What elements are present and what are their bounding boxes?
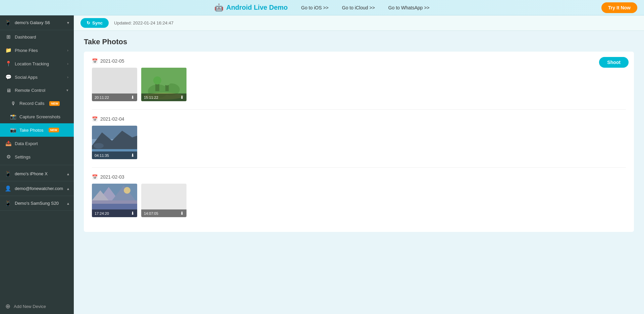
sync-btn-label: Sync	[92, 20, 103, 25]
folder-icon: 📁	[5, 47, 11, 53]
date-section-2: 📅 2021-02-04	[92, 116, 626, 159]
date-section-1: 📅 2021-02-05 20:11:22 ⬇	[92, 58, 626, 101]
svg-point-13	[94, 143, 104, 148]
sidebar-item-label: Record Calls	[19, 101, 44, 106]
brand: 🤖 Android Live Demo	[214, 3, 287, 12]
sidebar-item-label: Social Apps	[15, 75, 38, 80]
sidebar-item-phone-files[interactable]: 📁 Phone Files ›	[0, 44, 74, 57]
sync-icon: ↻	[87, 20, 90, 25]
sync-button[interactable]: ↻ Sync	[80, 18, 109, 28]
photo-thumb[interactable]: 15:11:22 ⬇	[141, 68, 186, 101]
date-label-3: 📅 2021-02-03	[92, 174, 626, 180]
download-icon[interactable]: ⬇	[131, 153, 135, 158]
location-icon: 📍	[5, 61, 11, 67]
sidebar-item-label: Phone Files	[15, 48, 38, 53]
date-text-2: 2021-02-04	[100, 116, 124, 122]
add-device-button[interactable]: ⊕ Add New Device	[0, 299, 74, 314]
calendar-icon: 📅	[92, 174, 98, 180]
settings-icon: ⚙	[5, 154, 11, 160]
download-icon[interactable]: ⬇	[131, 95, 135, 100]
device-icon: 📱	[5, 171, 11, 177]
chevron-right-icon: ›	[67, 75, 68, 79]
photo-time: 20:11:22	[95, 96, 109, 100]
photo-panel: Shoot 📅 2021-02-05 20:11:22 ⬇	[84, 52, 634, 232]
photo-overlay: 04:11:35 ⬇	[92, 151, 137, 159]
add-device-label: Add New Device	[14, 304, 46, 309]
device-name: demo@fonewatcher.com	[15, 186, 63, 191]
photo-thumb[interactable]: 04:11:35 ⬇	[92, 126, 137, 159]
try-it-now-button[interactable]: Try It Now	[601, 2, 637, 13]
device-galaxy-s6[interactable]: 📱 demo's Galaxy S6 ▾	[0, 15, 74, 30]
photos-row-3: 17:24:20 ⬇ 14:07:05 ⬇	[92, 184, 626, 217]
sidebar-item-label: Capture Screenshots	[19, 114, 60, 119]
remote-icon: 🖥	[5, 87, 11, 93]
date-text-3: 2021-02-03	[100, 174, 124, 180]
device-iphone-x[interactable]: 📱 demo's iPhone X ▴	[0, 167, 74, 181]
device-name: Demo's SamSung S20	[15, 201, 59, 206]
nav-link-ios[interactable]: Go to iOS >>	[301, 5, 329, 10]
device-icon: 📱	[5, 200, 11, 206]
sidebar-item-data-export[interactable]: 📤 Data Export	[0, 137, 74, 150]
photo-thumb[interactable]: 14:07:05 ⬇	[141, 184, 186, 217]
microphone-icon: 🎙	[10, 101, 16, 106]
sidebar-item-settings[interactable]: ⚙ Settings	[0, 150, 74, 164]
android-icon: 🤖	[214, 3, 223, 12]
camera-icon: 📷	[10, 127, 16, 133]
sidebar-item-location-tracking[interactable]: 📍 Location Tracking ›	[0, 57, 74, 70]
photos-row-1: 20:11:22 ⬇	[92, 68, 626, 101]
sidebar-item-remote-control[interactable]: 🖥 Remote Control ▾	[0, 84, 74, 97]
brand-label: Android Live Demo	[226, 4, 287, 11]
download-icon[interactable]: ⬇	[180, 211, 184, 216]
divider	[92, 109, 626, 110]
sidebar-item-label: Settings	[15, 154, 31, 160]
sync-bar: ↻ Sync Updated: 2022-01-24 16:24:47	[74, 15, 644, 31]
date-text-1: 2021-02-05	[100, 58, 124, 64]
sidebar-item-dashboard[interactable]: ⊞ Dashboard	[0, 30, 74, 44]
nav-link-whatsapp[interactable]: Go to WhatsApp >>	[388, 5, 430, 10]
photo-overlay: 20:11:22 ⬇	[92, 93, 137, 101]
sidebar-item-label: Dashboard	[15, 35, 36, 40]
sidebar-item-record-calls[interactable]: 🎙 Record Calls NEW	[0, 97, 74, 110]
date-section-3: 📅 2021-02-03	[92, 174, 626, 217]
download-icon[interactable]: ⬇	[180, 95, 184, 100]
sidebar-item-label: Take Photos	[19, 128, 44, 133]
svg-point-20	[124, 187, 130, 194]
plus-icon: ⊕	[5, 303, 10, 310]
chevron-down-icon: ▾	[67, 20, 69, 25]
nav-link-icloud[interactable]: Go to iCloud >>	[342, 5, 375, 10]
svg-point-4	[153, 76, 161, 84]
device-samsung-s20[interactable]: 📱 Demo's SamSung S20 ▴	[0, 196, 74, 211]
download-icon[interactable]: ⬇	[131, 211, 135, 216]
calendar-icon: 📅	[92, 116, 98, 122]
photo-time: 15:11:22	[144, 96, 158, 100]
new-badge: NEW	[49, 128, 59, 132]
export-icon: 📤	[5, 140, 11, 146]
chevron-up-icon: ▴	[67, 186, 69, 191]
photo-time: 17:24:20	[95, 211, 109, 215]
calendar-icon: 📅	[92, 58, 98, 64]
divider	[92, 167, 626, 168]
sidebar-item-social-apps[interactable]: 💬 Social Apps ›	[0, 70, 74, 84]
dashboard-icon: ⊞	[5, 34, 11, 40]
sidebar-item-label: Data Export	[15, 141, 38, 146]
chevron-up-icon: ▴	[67, 172, 69, 176]
top-header: 🤖 Android Live Demo Go to iOS >> Go to i…	[0, 0, 644, 15]
photos-row-2: 04:11:35 ⬇	[92, 126, 626, 159]
photo-thumb[interactable]: 20:11:22 ⬇	[92, 68, 137, 101]
user-icon: 👤	[5, 185, 11, 192]
photo-thumb[interactable]: 17:24:20 ⬇	[92, 184, 137, 217]
device-icon: 📱	[5, 19, 11, 26]
chevron-down-icon: ▾	[66, 88, 68, 92]
device-account[interactable]: 👤 demo@fonewatcher.com ▴	[0, 181, 74, 196]
content-area: ↻ Sync Updated: 2022-01-24 16:24:47 Take…	[74, 15, 644, 314]
sidebar-item-take-photos[interactable]: 📷 Take Photos NEW	[0, 123, 74, 137]
chat-icon: 💬	[5, 74, 11, 80]
date-label-2: 📅 2021-02-04	[92, 116, 626, 122]
photo-overlay: 15:11:22 ⬇	[141, 93, 186, 101]
sidebar: 📱 demo's Galaxy S6 ▾ ⊞ Dashboard 📁 Phone…	[0, 15, 74, 314]
sidebar-item-capture-screenshots[interactable]: 📸 Capture Screenshots	[0, 110, 74, 123]
shoot-button[interactable]: Shoot	[599, 57, 629, 68]
date-label-1: 📅 2021-02-05	[92, 58, 626, 64]
photo-time: 04:11:35	[95, 153, 109, 158]
chevron-right-icon: ›	[67, 48, 68, 52]
